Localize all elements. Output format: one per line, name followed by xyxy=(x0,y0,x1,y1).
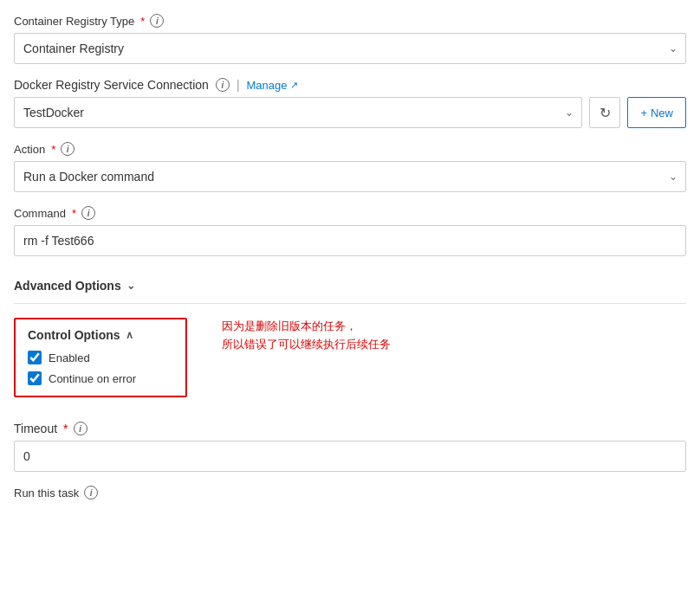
docker-connection-info-icon[interactable]: i xyxy=(216,78,230,92)
external-link-icon: ↗ xyxy=(290,80,298,91)
docker-connection-input-row: TestDocker ⌄ ↻ + + New xyxy=(14,97,686,128)
container-registry-type-info-icon[interactable]: i xyxy=(150,14,164,28)
enabled-label: Enabled xyxy=(49,351,90,364)
action-label: Action xyxy=(14,143,45,156)
advanced-options-label: Advanced Options xyxy=(14,279,121,293)
manage-link-label: Manage xyxy=(247,79,288,92)
control-options-label: Control Options xyxy=(28,328,120,342)
advanced-options-divider xyxy=(14,303,686,304)
advanced-options-chevron-icon: ⌄ xyxy=(126,280,135,292)
control-options-header[interactable]: Control Options ∧ xyxy=(28,328,173,342)
control-options-area: Control Options ∧ Enabled Continue on er… xyxy=(14,318,686,408)
timeout-input[interactable] xyxy=(14,441,686,472)
docker-connection-section: Docker Registry Service Connection i | M… xyxy=(14,78,686,128)
timeout-required-marker: * xyxy=(63,422,68,435)
plus-icon: + xyxy=(640,106,647,119)
action-info-icon[interactable]: i xyxy=(61,142,75,156)
timeout-section: Timeout * i xyxy=(14,422,686,472)
required-marker: * xyxy=(140,15,145,28)
enabled-checkbox[interactable] xyxy=(28,351,42,364)
enabled-row: Enabled xyxy=(28,351,173,364)
docker-connection-select[interactable]: TestDocker xyxy=(14,97,582,128)
container-registry-type-label-row: Container Registry Type * i xyxy=(14,14,686,28)
container-registry-type-label: Container Registry Type xyxy=(14,15,134,28)
action-select-wrapper: Run a Docker command Build an image Push… xyxy=(14,161,686,192)
annotation-line1: 因为是删除旧版本的任务， xyxy=(222,318,391,336)
run-this-task-row: Run this task i xyxy=(14,486,686,500)
docker-connection-label: Docker Registry Service Connection xyxy=(14,78,209,92)
annotation: 因为是删除旧版本的任务， 所以错误了可以继续执行后续任务 xyxy=(222,318,391,354)
new-button[interactable]: + + New xyxy=(627,97,686,128)
timeout-info-icon[interactable]: i xyxy=(74,422,88,435)
pipe-separator: | xyxy=(237,78,240,92)
control-options-box: Control Options ∧ Enabled Continue on er… xyxy=(14,318,187,397)
docker-connection-select-wrapper: TestDocker ⌄ xyxy=(14,97,582,128)
action-section: Action * i Run a Docker command Build an… xyxy=(14,142,686,192)
docker-connection-label-row: Docker Registry Service Connection i | M… xyxy=(14,78,686,92)
timeout-label-row: Timeout * i xyxy=(14,422,686,435)
control-options-chevron-icon: ∧ xyxy=(126,329,133,341)
action-label-row: Action * i xyxy=(14,142,686,156)
continue-on-error-label: Continue on error xyxy=(49,372,136,385)
advanced-options-section: Advanced Options ⌄ xyxy=(14,270,686,304)
container-registry-type-section: Container Registry Type * i Container Re… xyxy=(14,14,686,64)
command-label: Command xyxy=(14,207,66,220)
refresh-button[interactable]: ↻ xyxy=(589,97,620,128)
action-required-marker: * xyxy=(51,143,55,156)
continue-on-error-row: Continue on error xyxy=(28,371,173,385)
refresh-icon: ↻ xyxy=(600,105,611,121)
advanced-options-header[interactable]: Advanced Options ⌄ xyxy=(14,270,686,300)
run-this-task-label: Run this task xyxy=(14,487,79,500)
command-label-row: Command * i xyxy=(14,206,686,220)
action-select[interactable]: Run a Docker command Build an image Push… xyxy=(14,161,686,192)
manage-link[interactable]: Manage ↗ xyxy=(247,79,298,92)
command-info-icon[interactable]: i xyxy=(81,206,95,220)
command-section: Command * i xyxy=(14,206,686,256)
continue-on-error-checkbox[interactable] xyxy=(28,371,42,385)
run-this-task-info-icon[interactable]: i xyxy=(84,486,98,500)
command-input[interactable] xyxy=(14,225,686,256)
container-registry-type-select[interactable]: Container Registry Azure Container Regis… xyxy=(14,33,686,64)
container-registry-type-select-wrapper: Container Registry Azure Container Regis… xyxy=(14,33,686,64)
command-required-marker: * xyxy=(72,207,76,220)
timeout-label: Timeout xyxy=(14,422,57,435)
new-label: New xyxy=(651,106,673,119)
annotation-line2: 所以错误了可以继续执行后续任务 xyxy=(222,336,391,354)
